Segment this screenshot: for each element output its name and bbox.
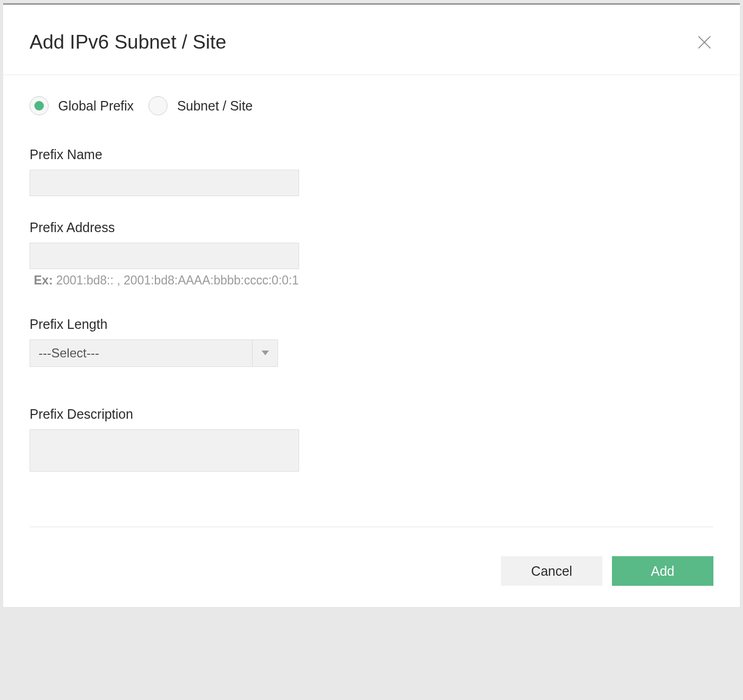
prefix-name-field: Prefix Name (30, 147, 713, 196)
radio-selected-indicator-icon (34, 101, 44, 110)
cancel-button[interactable]: Cancel (501, 556, 602, 586)
prefix-description-input[interactable] (30, 429, 299, 472)
add-ipv6-subnet-dialog: Add IPv6 Subnet / Site Global Prefix Sub… (3, 3, 740, 607)
prefix-address-field: Prefix Address Ex: 2001:bd8:: , 2001:bd8… (30, 220, 713, 288)
hint-prefix: Ex: (34, 273, 53, 287)
hint-text: 2001:bd8:: , 2001:bd8:AAAA:bbbb:cccc:0:0… (53, 273, 299, 287)
chevron-down-icon (252, 340, 277, 366)
prefix-name-label: Prefix Name (30, 147, 713, 162)
prefix-address-input[interactable] (30, 243, 299, 269)
dialog-footer: Cancel Add (3, 527, 740, 607)
close-icon[interactable] (695, 33, 713, 51)
prefix-length-selected-value: ---Select--- (30, 340, 252, 366)
subnet-site-label: Subnet / Site (177, 98, 253, 114)
global-prefix-label: Global Prefix (58, 98, 134, 114)
prefix-description-label: Prefix Description (30, 407, 713, 422)
dialog-header: Add IPv6 Subnet / Site (3, 5, 740, 75)
subnet-site-radio[interactable] (148, 96, 168, 115)
svg-marker-2 (262, 351, 269, 355)
dialog-body: Global Prefix Subnet / Site Prefix Name … (3, 75, 740, 513)
prefix-address-label: Prefix Address (30, 220, 713, 235)
global-prefix-radio[interactable] (30, 96, 49, 115)
prefix-length-field: Prefix Length ---Select--- (30, 317, 713, 367)
add-button[interactable]: Add (612, 556, 713, 586)
prefix-length-select[interactable]: ---Select--- (30, 339, 278, 367)
prefix-description-field: Prefix Description (30, 407, 713, 474)
dialog-title: Add IPv6 Subnet / Site (30, 31, 226, 53)
prefix-type-radio-group: Global Prefix Subnet / Site (30, 96, 713, 115)
prefix-length-label: Prefix Length (30, 317, 713, 332)
prefix-name-input[interactable] (30, 170, 299, 196)
prefix-address-hint: Ex: 2001:bd8:: , 2001:bd8:AAAA:bbbb:cccc… (30, 273, 713, 288)
